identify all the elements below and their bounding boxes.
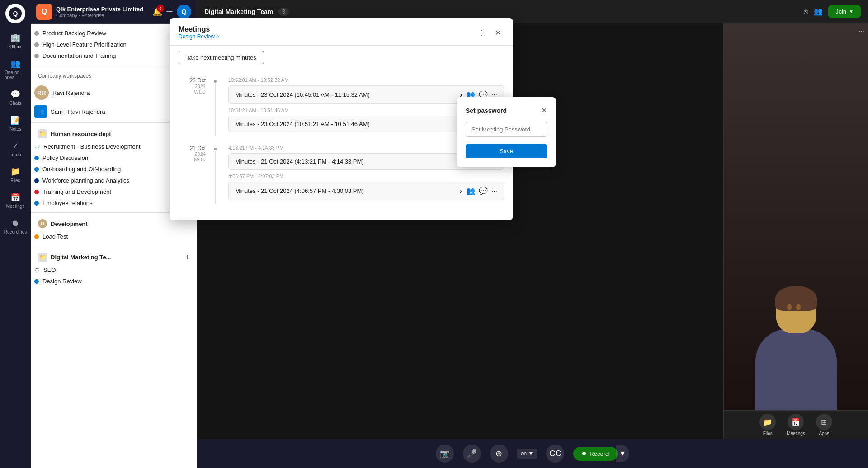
caption-button[interactable]: CC [546,445,564,463]
dev-avatar: D [38,219,47,228]
avatar: RR [34,85,49,100]
modal-actions-bar: Take next meeting minutes [170,46,513,70]
sidebar-item-files[interactable]: 📁 Files [3,163,28,187]
sidebar-item-meetings[interactable]: 📅 Meetings [3,188,28,212]
hr-section-icon: 📁 [38,129,47,138]
set-password-dialog: Set password ✕ Save [457,97,556,167]
share-screen-button[interactable]: ⊕ [490,445,508,463]
date-label: 23 Oct 2024 WED [179,77,206,136]
office-icon: 🏢 [10,33,21,43]
meeting-entry-actions: › 👥 💬 ··· [460,187,497,195]
sidebar-item-one-on-ones[interactable]: 👥 One-on-ones [3,55,28,84]
entry-expand-button[interactable]: › [460,187,462,195]
recordings-icon: ⏺ [10,218,21,229]
meetings-icon: 📅 [10,192,21,203]
list-item-design-review[interactable]: Design Review [31,276,197,287]
join-dropdown-icon: ▼ [849,9,854,14]
app-search-icon[interactable]: Q [177,5,191,19]
list-item-loadtest[interactable]: Load Test [31,231,197,242]
notification-bell[interactable]: 🔔 2 [152,7,162,17]
modal-header: Meetings Design Review > ⋮ ✕ [170,18,513,46]
list-item-seo[interactable]: 🛡 SEO [31,264,197,276]
camera-toggle-button[interactable]: 📷 [436,445,454,463]
password-input[interactable] [466,122,547,137]
modal-close-button[interactable]: ✕ [491,26,504,39]
date-label: 21 Oct 2024 MON [179,145,206,204]
bottom-toolbar: 📷 🎤 ⊕ en ▼ CC Record ▼ [197,439,868,468]
digital-section-icon: 📁 [38,253,47,262]
meeting-date-group: 21 Oct 2024 MON 4:13:21 PM - 4:14:33 PM … [179,145,504,204]
entry-more-button[interactable]: ··· [491,187,497,195]
notes-icon: 📝 [10,115,21,126]
digital-section: 📁 Digital Marketing Te... + 🛡 SEO Design… [31,248,197,289]
company-info: Qik Enterprises Private Limited Company … [56,6,143,18]
sidebar-icons: Q 🏢 Office 👥 One-on-ones 💬 Chats 📝 Notes… [0,0,31,468]
chats-icon: 💬 [10,89,21,100]
people-icon[interactable]: 👥 [814,7,823,16]
apps-media-button[interactable]: ⊞ Apps [816,414,832,436]
svg-text:Q: Q [13,10,18,17]
dialog-header: Set password ✕ [466,106,547,115]
sidebar-item-todo[interactable]: ✓ To-do [3,137,28,161]
meeting-date-group: 23 Oct 2024 WED 10:52:01 AM - 10:52:32 A… [179,77,504,136]
video-panel: ··· [724,23,868,410]
sidebar-item-office[interactable]: 🏢 Office [3,29,28,53]
media-toolbar: 📁 Files 📅 Meetings ⊞ Apps [724,410,868,439]
sidebar-item-recordings[interactable]: ⏺ Recordings [3,214,28,238]
join-button[interactable]: Join ▼ [828,5,861,18]
meetings-media-button[interactable]: 📅 Meetings [787,414,805,436]
share-icon[interactable]: ⎋ [804,8,808,16]
take-minutes-button[interactable]: Take next meeting minutes [179,51,264,64]
record-dropdown-button[interactable]: ▼ [616,445,629,462]
meeting-entry: Minutes - 21 Oct 2024 (4:06:57 PM - 4:30… [228,182,504,200]
entry-participants-button[interactable]: 👥 [466,187,475,195]
add-digital-channel-button[interactable]: + [185,253,189,261]
sidebar-item-chats[interactable]: 💬 Chats [3,85,28,109]
mic-toggle-button[interactable]: 🎤 [463,445,481,463]
language-selector[interactable]: en ▼ [517,449,538,459]
save-password-button[interactable]: Save [466,144,547,158]
files-icon: 📁 [10,166,21,177]
sidebar-item-notes[interactable]: 📝 Notes [3,111,28,135]
dialog-close-button[interactable]: ✕ [541,106,547,115]
video-options-button[interactable]: ··· [859,27,864,35]
record-dot-icon [582,452,586,455]
group-icon: 👥 [34,105,47,118]
digital-section-header[interactable]: 📁 Digital Marketing Te... + [31,250,197,264]
modal-title-area: Meetings Design Review > [179,25,219,40]
hamburger-menu[interactable]: ☰ [166,7,173,17]
files-media-button[interactable]: 📁 Files [760,414,776,436]
modal-overflow-button[interactable]: ⋮ [475,26,488,39]
one-on-ones-icon: 👥 [10,58,21,69]
app-logo[interactable]: Q [5,4,25,23]
company-logo: Q [36,4,52,20]
todo-icon: ✓ [10,140,21,151]
entry-chat-button[interactable]: 💬 [479,187,488,195]
record-button[interactable]: Record [573,447,618,461]
